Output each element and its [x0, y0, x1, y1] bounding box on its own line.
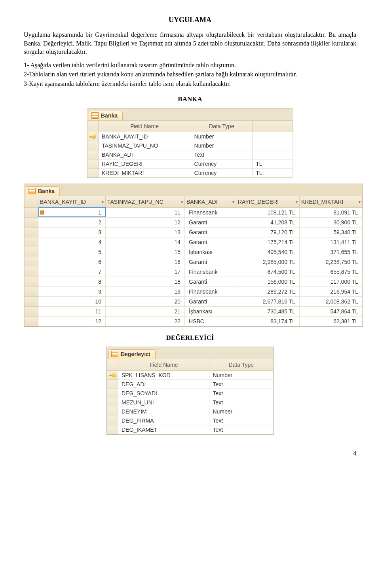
cell-tapu[interactable]: 19: [106, 286, 185, 296]
data-type-cell[interactable]: Text: [209, 416, 273, 425]
tab-degerleyici[interactable]: Degerleyici: [108, 349, 156, 359]
extra-cell[interactable]: TL: [253, 159, 293, 168]
field-name-cell[interactable]: BANKA_KAYIT_ID: [99, 132, 191, 141]
cell-id[interactable]: 6: [38, 257, 106, 267]
cell-banka[interactable]: HSBC: [185, 316, 236, 326]
cell-tapu[interactable]: 13: [106, 227, 185, 237]
table-row[interactable]: MEZUN_UNIText: [107, 398, 273, 407]
field-name-cell[interactable]: RAYIC_DEGERI: [99, 159, 191, 168]
cell-tapu[interactable]: 20: [106, 296, 185, 306]
table-row[interactable]: 111Finansbank108,121 TL81,091 TL: [25, 207, 363, 217]
table-row[interactable]: 616Garanti2,985,000 TL2,238,750 TL: [25, 257, 363, 267]
column-header[interactable]: RAYIC_DEGERI▾: [236, 196, 300, 207]
row-gutter[interactable]: [87, 168, 99, 177]
field-name-cell[interactable]: DENEYIM: [118, 407, 209, 416]
chevron-down-icon[interactable]: ▾: [359, 199, 361, 204]
cell-id[interactable]: 7: [38, 267, 106, 277]
table-row[interactable]: RAYIC_DEGERICurrencyTL: [87, 159, 293, 168]
cell-rayic[interactable]: 2,985,000 TL: [236, 257, 300, 267]
cell-banka[interactable]: Garanti: [185, 227, 236, 237]
cell-kredi[interactable]: 30,906 TL: [300, 217, 363, 227]
row-gutter[interactable]: [87, 150, 99, 159]
field-name-cell[interactable]: MEZUN_UNI: [118, 398, 209, 407]
column-header[interactable]: BANKA_ADI▾: [185, 196, 236, 207]
table-row[interactable]: 313Garanti79,120 TL59,340 TL: [25, 227, 363, 237]
data-type-cell[interactable]: Number: [191, 141, 253, 150]
cell-id[interactable]: 8: [38, 277, 106, 286]
row-gutter[interactable]: [25, 286, 38, 296]
cell-rayic[interactable]: 156,000 TL: [236, 277, 300, 286]
cell-kredi[interactable]: 547,864 TL: [300, 306, 363, 316]
cell-tapu[interactable]: 14: [106, 237, 185, 247]
field-name-cell[interactable]: DEG_SOYADI: [118, 389, 209, 398]
extra-cell[interactable]: [253, 141, 293, 150]
col-extra[interactable]: [253, 120, 293, 132]
cell-banka[interactable]: İşbankası: [185, 247, 236, 257]
field-name-cell[interactable]: DEG_FIRMA: [118, 416, 209, 425]
row-gutter[interactable]: [25, 306, 38, 316]
cell-tapu[interactable]: 18: [106, 277, 185, 286]
field-name-cell[interactable]: TASINMAZ_TAPU_NO: [99, 141, 191, 150]
row-gutter[interactable]: [107, 398, 118, 407]
data-type-cell[interactable]: Currency: [191, 159, 253, 168]
cell-id[interactable]: 11: [38, 306, 106, 316]
cell-tapu[interactable]: 11: [106, 207, 185, 217]
column-header[interactable]: TASINMAZ_TAPU_NC▾: [106, 196, 185, 207]
row-gutter[interactable]: [25, 217, 38, 227]
cell-tapu[interactable]: 16: [106, 257, 185, 267]
chevron-down-icon[interactable]: ▾: [102, 199, 104, 204]
col-data-type[interactable]: Data Type: [209, 359, 273, 370]
cell-tapu[interactable]: 17: [106, 267, 185, 277]
table-row[interactable]: 1222HSBC83,174 TL62,381 TL: [25, 316, 363, 326]
cell-banka[interactable]: Finansbank: [185, 267, 236, 277]
chevron-down-icon[interactable]: ▾: [232, 199, 234, 204]
cell-rayic[interactable]: 495,540 TL: [236, 247, 300, 257]
row-gutter[interactable]: [107, 416, 118, 425]
row-gutter[interactable]: [25, 296, 38, 306]
field-name-cell[interactable]: DEG_ADI: [118, 379, 209, 389]
row-gutter[interactable]: [25, 237, 38, 247]
row-gutter[interactable]: [107, 425, 118, 434]
row-gutter[interactable]: [25, 277, 38, 286]
row-gutter[interactable]: 🔑: [107, 370, 118, 379]
cell-rayic[interactable]: 83,174 TL: [236, 316, 300, 326]
chevron-down-icon[interactable]: ▾: [181, 199, 183, 204]
col-field-name[interactable]: Field Name: [118, 359, 209, 370]
cell-id[interactable]: 10: [38, 296, 106, 306]
cell-kredi[interactable]: 81,091 TL: [300, 207, 363, 217]
cell-id[interactable]: 9: [38, 286, 106, 296]
cell-rayic[interactable]: 874,500 TL: [236, 267, 300, 277]
cell-rayic[interactable]: 79,120 TL: [236, 227, 300, 237]
table-row[interactable]: BANKA_ADIText: [87, 150, 293, 159]
cell-id[interactable]: 12: [38, 316, 106, 326]
cell-rayic[interactable]: 2,677,816 TL: [236, 296, 300, 306]
cell-kredi[interactable]: 216,954 TL: [300, 286, 363, 296]
table-row[interactable]: DEG_FIRMAText: [107, 416, 273, 425]
chevron-down-icon[interactable]: ▾: [296, 199, 298, 204]
row-gutter[interactable]: 🔑: [87, 132, 99, 141]
cell-banka[interactable]: Garanti: [185, 237, 236, 247]
row-gutter[interactable]: [25, 257, 38, 267]
cell-banka[interactable]: Finansbank: [185, 207, 236, 217]
data-type-cell[interactable]: Text: [209, 379, 273, 389]
cell-banka[interactable]: Garanti: [185, 296, 236, 306]
cell-id[interactable]: 4: [38, 237, 106, 247]
cell-kredi[interactable]: 2,238,750 TL: [300, 257, 363, 267]
field-name-cell[interactable]: SPK_LISANS_KOD: [118, 370, 209, 379]
table-row[interactable]: DEG_ADIText: [107, 379, 273, 389]
cell-banka[interactable]: Garanti: [185, 277, 236, 286]
data-type-cell[interactable]: Number: [209, 370, 273, 379]
data-type-cell[interactable]: Number: [209, 407, 273, 416]
row-gutter[interactable]: [87, 141, 99, 150]
table-row[interactable]: 717Finansbank874,500 TL655,875 TL: [25, 267, 363, 277]
row-gutter[interactable]: [107, 407, 118, 416]
field-name-cell[interactable]: DEG_IKAMET: [118, 425, 209, 434]
table-row[interactable]: 818Garanti156,000 TL117,000 TL: [25, 277, 363, 286]
cell-tapu[interactable]: 21: [106, 306, 185, 316]
cell-kredi[interactable]: 2,008,362 TL: [300, 296, 363, 306]
cell-tapu[interactable]: 12: [106, 217, 185, 227]
cell-kredi[interactable]: 117,000 TL: [300, 277, 363, 286]
cell-kredi[interactable]: 59,340 TL: [300, 227, 363, 237]
data-type-cell[interactable]: Text: [209, 398, 273, 407]
column-header[interactable]: KREDI_MIKTARI▾: [300, 196, 363, 207]
